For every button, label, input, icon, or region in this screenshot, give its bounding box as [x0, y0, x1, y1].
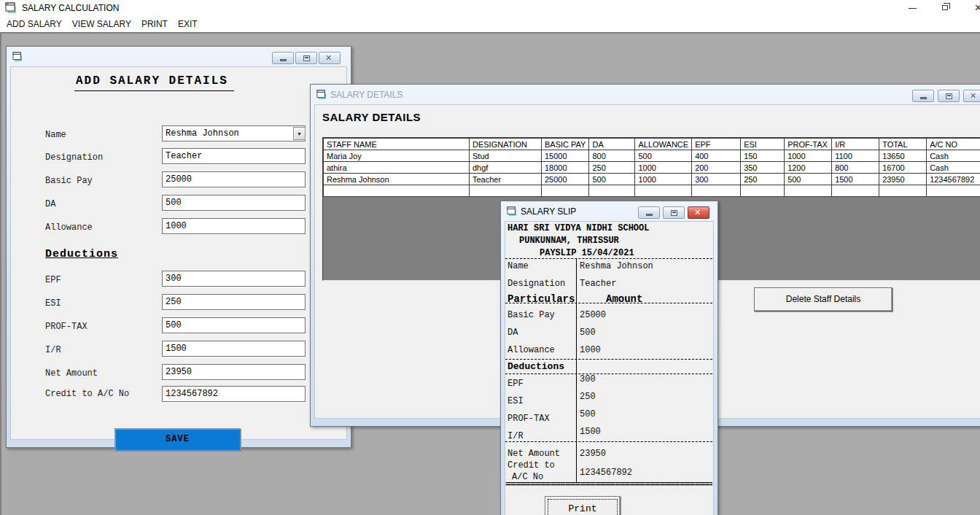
- table-row[interactable]: Reshma Johnson Teacher 25000 500 1000 30…: [324, 174, 980, 185]
- staff-table[interactable]: STAFF NAME DESIGNATION BASIC PAY DA ALLO…: [323, 138, 980, 197]
- table-cell[interactable]: [785, 185, 832, 197]
- allowance-field[interactable]: [162, 218, 306, 234]
- table-cell[interactable]: 1200: [785, 162, 832, 174]
- table-cell[interactable]: 1100: [832, 150, 879, 162]
- main-close-button[interactable]: ✕: [962, 0, 980, 16]
- table-cell[interactable]: [927, 185, 980, 197]
- name-dropdown-arrow-icon[interactable]: ▼: [293, 127, 306, 140]
- table-cell[interactable]: Reshma Johnson: [324, 174, 470, 185]
- table-cell[interactable]: 350: [741, 162, 785, 174]
- table-cell[interactable]: [470, 185, 542, 197]
- print-button[interactable]: Print: [545, 496, 621, 515]
- add-close-button[interactable]: ✕: [319, 52, 341, 64]
- table-cell[interactable]: 400: [692, 150, 741, 162]
- table-row[interactable]: Maria Joy Stud 15000 800 500 400 150 100…: [324, 150, 980, 162]
- separator-line: [505, 373, 712, 374]
- table-cell[interactable]: 200: [692, 162, 741, 174]
- table-cell[interactable]: Teacher: [470, 174, 542, 185]
- slip-da-label: DA: [508, 328, 518, 338]
- slip-titlebar[interactable]: SALARY SLIP ✕: [501, 201, 718, 221]
- table-cell[interactable]: 15000: [542, 150, 589, 162]
- menu-view-salary[interactable]: VIEW SALARY: [67, 17, 136, 31]
- separator-line: [505, 258, 712, 259]
- slip-net-label: Net Amount: [508, 449, 560, 459]
- table-cell[interactable]: 300: [692, 174, 741, 185]
- table-cell[interactable]: 150: [741, 150, 785, 162]
- table-cell[interactable]: 800: [832, 162, 879, 174]
- table-cell[interactable]: 1000: [635, 162, 692, 174]
- table-cell[interactable]: [879, 185, 927, 197]
- table-cell[interactable]: Maria Joy: [324, 150, 470, 162]
- prof-tax-field[interactable]: [162, 317, 306, 333]
- table-cell[interactable]: Stud: [470, 150, 542, 162]
- table-cell[interactable]: [542, 185, 589, 197]
- col-esi: ESI: [741, 139, 785, 150]
- table-cell[interactable]: 1000: [785, 150, 832, 162]
- menu-print[interactable]: PRINT: [136, 17, 173, 31]
- table-cell[interactable]: Cash: [927, 162, 980, 174]
- col-da: DA: [589, 139, 635, 150]
- main-minimize-button[interactable]: [895, 0, 929, 16]
- slip-allowance-label: Allowance: [508, 345, 555, 355]
- menu-add-salary[interactable]: ADD SALARY: [1, 17, 67, 31]
- delete-staff-button[interactable]: Delete Staff Details: [754, 287, 892, 311]
- table-cell[interactable]: 16700: [879, 162, 927, 174]
- add-salary-titlebar[interactable]: ✕: [7, 47, 351, 66]
- add-maximize-button[interactable]: [295, 52, 317, 64]
- name-combobox[interactable]: [162, 125, 306, 142]
- table-row[interactable]: athira dhgf 18000 250 1000 200 350 1200 …: [324, 162, 980, 174]
- table-cell[interactable]: 25000: [542, 174, 589, 185]
- ir-label: I/R: [45, 345, 61, 355]
- save-button[interactable]: SAVE: [114, 428, 241, 451]
- table-cell[interactable]: dhgf: [470, 162, 542, 174]
- table-cell[interactable]: 500: [785, 174, 832, 185]
- main-restore-button[interactable]: [929, 0, 962, 16]
- details-minimize-button[interactable]: [912, 90, 934, 102]
- designation-field[interactable]: [162, 148, 306, 164]
- table-cell[interactable]: 250: [741, 174, 785, 185]
- slip-epf-label: EPF: [508, 379, 524, 389]
- table-cell[interactable]: 18000: [542, 162, 589, 174]
- table-cell[interactable]: [692, 185, 741, 197]
- table-cell[interactable]: 500: [589, 174, 635, 185]
- slip-maximize-button[interactable]: [663, 206, 685, 219]
- menu-exit[interactable]: EXIT: [173, 17, 203, 31]
- payslip-body: HARI SRI VIDYA NIDHI SCHOOL PUNKUNNAM, T…: [505, 221, 714, 515]
- credit-ac-field[interactable]: [162, 386, 306, 402]
- details-titlebar[interactable]: SALARY DETAILS ✕: [311, 85, 980, 104]
- details-maximize-button[interactable]: [938, 90, 960, 102]
- table-cell[interactable]: 23950: [879, 174, 927, 185]
- da-field[interactable]: [162, 195, 306, 211]
- esi-field[interactable]: [162, 294, 306, 310]
- table-cell[interactable]: 500: [635, 150, 692, 162]
- details-close-button[interactable]: ✕: [963, 90, 980, 102]
- table-cell[interactable]: 800: [589, 150, 635, 162]
- ir-field[interactable]: [162, 341, 306, 357]
- table-cell[interactable]: [589, 185, 635, 197]
- epf-field[interactable]: [162, 271, 306, 287]
- table-row-empty[interactable]: [324, 185, 980, 197]
- basic-pay-label: Basic Pay: [45, 176, 93, 186]
- slip-deductions-heading: Deductions: [508, 361, 564, 372]
- add-salary-form: ADD SALARY DETAILS Name ▼ Designation Ba…: [10, 66, 347, 440]
- table-cell[interactable]: [832, 185, 879, 197]
- table-cell[interactable]: 1234567892: [927, 174, 980, 185]
- table-cell[interactable]: [741, 185, 785, 197]
- table-cell[interactable]: 250: [589, 162, 635, 174]
- table-cell[interactable]: [324, 185, 470, 197]
- slip-close-button[interactable]: ✕: [688, 206, 709, 219]
- col-staff-name: STAFF NAME: [324, 139, 470, 150]
- salary-slip-window: SALARY SLIP ✕ HARI SRI VIDYA NIDHI SCHOO…: [500, 201, 718, 515]
- table-cell[interactable]: Cash: [927, 150, 980, 162]
- table-cell[interactable]: 13650: [879, 150, 927, 162]
- slip-minimize-button[interactable]: [638, 206, 660, 219]
- table-cell[interactable]: 1000: [635, 174, 692, 185]
- table-cell[interactable]: 1500: [832, 174, 879, 185]
- separator-line: [505, 303, 712, 303]
- add-minimize-button[interactable]: [272, 52, 294, 64]
- col-allowance: ALLOWANCE: [635, 139, 692, 150]
- table-cell[interactable]: [635, 185, 692, 197]
- net-amount-field[interactable]: [162, 364, 306, 380]
- basic-pay-field[interactable]: [162, 171, 306, 187]
- table-cell[interactable]: athira: [324, 162, 470, 174]
